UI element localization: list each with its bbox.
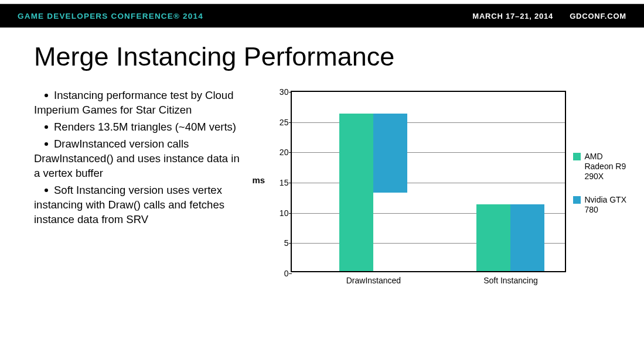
slide-title: Merge Instancing Performance — [34, 42, 632, 72]
bullet-dot-icon — [45, 189, 48, 192]
chart-ytick: 25 — [273, 118, 288, 127]
legend-label: Nvidia GTX 780 — [584, 195, 632, 215]
chart-ytick: 20 — [273, 148, 288, 157]
bullet-dot-icon — [45, 142, 48, 146]
top-border — [0, 0, 644, 4]
bullet-dot-icon — [45, 94, 48, 97]
conference-date: MARCH 17–21, 2014 — [472, 12, 553, 20]
chart-bar — [339, 114, 373, 271]
chart-ytick: 30 — [273, 87, 288, 97]
chart-bar — [476, 204, 510, 271]
chart-bar — [510, 204, 544, 271]
legend-entry: Nvidia GTX 780 — [573, 195, 632, 215]
bullet-item: DrawInstanced version calls DrawInstance… — [34, 137, 246, 181]
bullet-item: Instancing performance test by Cloud Imp… — [34, 88, 246, 118]
chart-bar-group: Soft Instancing — [462, 204, 559, 271]
bullet-item: Soft Instancing version uses vertex inst… — [34, 183, 246, 227]
legend-swatch-icon — [573, 196, 581, 204]
chart-ytick: 15 — [273, 178, 288, 187]
chart-ytick: 0 — [273, 269, 288, 278]
conference-header: GAME DEVELOPERS CONFERENCE® 2014 MARCH 1… — [0, 4, 644, 28]
legend-entry: AMD Radeon R9 290X — [573, 152, 632, 181]
chart-legend: AMD Radeon R9 290XNvidia GTX 780 — [573, 152, 632, 229]
chart-bar — [373, 114, 407, 192]
bar-chart: ms 051015202530DrawInstancedSoft Instanc… — [252, 88, 632, 299]
bullet-item: Renders 13.5M triangles (~40M verts) — [34, 120, 246, 135]
conference-site: GDCONF.COM — [570, 12, 626, 20]
conference-name: GAME DEVELOPERS CONFERENCE® 2014 — [18, 12, 472, 20]
chart-ylabel: ms — [252, 175, 265, 185]
chart-bar-group: DrawInstanced — [325, 114, 422, 271]
legend-swatch-icon — [573, 153, 581, 160]
chart-ytick: 10 — [273, 208, 288, 218]
chart-category-label: DrawInstanced — [325, 276, 422, 285]
bullet-dot-icon — [45, 125, 48, 129]
chart-category-label: Soft Instancing — [462, 276, 559, 285]
chart-ytick: 5 — [273, 238, 288, 248]
legend-label: AMD Radeon R9 290X — [584, 152, 632, 181]
bullet-list: Instancing performance test by Cloud Imp… — [34, 88, 246, 299]
chart-plot-area: 051015202530DrawInstancedSoft Instancing — [291, 91, 566, 272]
